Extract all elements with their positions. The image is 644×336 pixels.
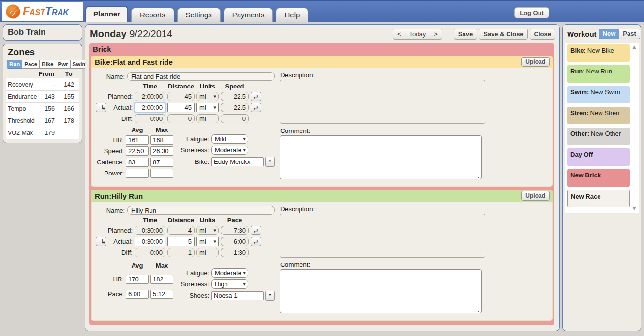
run-gear-dropdown-button[interactable]: ▼ xyxy=(265,291,275,301)
bike-comment-textarea[interactable] xyxy=(280,135,482,179)
run-comment-textarea[interactable] xyxy=(280,269,482,313)
bike-diff-distance xyxy=(167,114,195,123)
run-col-time: Time xyxy=(135,217,165,224)
workout-template-run[interactable]: Run:New Run xyxy=(567,65,630,83)
swap-icon: ⇄ xyxy=(254,239,258,245)
left-sidebar: Bob Train Zones Run Pace Bike Pwr Swim F… xyxy=(3,24,82,331)
zones-col-to: To xyxy=(58,70,79,77)
tab-reports[interactable]: Reports xyxy=(131,8,174,22)
run-gear-input[interactable] xyxy=(211,291,264,300)
chevron-down-icon: ▼ xyxy=(243,148,246,152)
chevron-down-icon: ▼ xyxy=(214,240,216,244)
bike-actual-distance[interactable] xyxy=(167,103,195,112)
run-hr-avg[interactable] xyxy=(126,275,149,284)
bike-description-textarea xyxy=(280,80,485,124)
bike-actual-units-select[interactable]: mi▼ xyxy=(196,103,219,112)
run-soreness-select[interactable]: High▼ xyxy=(211,279,248,289)
logout-button[interactable]: Log Out xyxy=(514,7,549,18)
tab-payments[interactable]: Payments xyxy=(224,8,273,22)
bike-gear-input[interactable] xyxy=(211,157,264,166)
chevron-down-icon: ▼ xyxy=(243,271,246,275)
next-day-button[interactable]: > xyxy=(430,29,442,40)
workout-template-dayoff[interactable]: Day Off xyxy=(567,148,630,166)
bike-planned-units-select[interactable]: mi▼ xyxy=(196,92,219,101)
run-copy-planned-button[interactable]: ↳ xyxy=(96,237,106,246)
workout-template-brick[interactable]: New Brick xyxy=(567,169,630,187)
bike-cadence-max[interactable] xyxy=(150,158,173,167)
bike-name-input[interactable] xyxy=(127,72,275,81)
app-logo: FastTrak xyxy=(2,2,83,21)
close-button[interactable]: Close xyxy=(530,29,555,40)
bike-speed-avg[interactable] xyxy=(126,146,149,156)
tab-help[interactable]: Help xyxy=(276,8,308,22)
chevron-down-icon: ▼ xyxy=(243,137,246,141)
run-upload-button[interactable]: Upload xyxy=(521,191,550,201)
toggle-new[interactable]: New xyxy=(599,29,620,39)
copy-down-icon: ↳ xyxy=(96,104,106,111)
run-actual-distance[interactable] xyxy=(167,237,195,246)
workout-template-swim[interactable]: Swim:New Swim xyxy=(567,86,630,103)
bike-fatigue-select[interactable]: Mild▼ xyxy=(211,134,248,144)
run-description-label: Description: xyxy=(280,205,549,213)
swap-icon: ⇄ xyxy=(254,105,258,111)
bike-fatigue-label: Fatigue: xyxy=(178,135,209,143)
zones-tab-pwr[interactable]: Pwr xyxy=(56,60,71,69)
zones-tabs: Run Pace Bike Pwr Swim xyxy=(7,60,80,69)
run-actual-units-select[interactable]: mi▼ xyxy=(196,237,219,246)
tab-planner[interactable]: Planner xyxy=(85,6,128,22)
zones-tab-bike[interactable]: Bike xyxy=(39,60,56,69)
bike-gear-dropdown-button[interactable]: ▼ xyxy=(265,157,275,167)
today-button[interactable]: Today xyxy=(405,29,431,40)
scroll-down-icon[interactable]: ▼ xyxy=(633,206,636,211)
zones-tab-pace[interactable]: Pace xyxy=(22,60,40,69)
bike-upload-button[interactable]: Upload xyxy=(521,57,550,67)
run-hr-max[interactable] xyxy=(150,275,173,284)
run-planned-swap-button[interactable]: ⇄ xyxy=(251,226,261,235)
workout-library-header: Workout New Past xyxy=(567,29,638,39)
tab-settings[interactable]: Settings xyxy=(177,8,221,22)
run-planned-units-select[interactable]: mi▼ xyxy=(196,226,219,235)
bike-soreness-select[interactable]: Moderate▼ xyxy=(211,146,248,155)
workout-template-bike[interactable]: Bike:New Bike xyxy=(567,44,630,62)
run-description-textarea xyxy=(280,214,485,258)
run-diff-units xyxy=(196,248,219,257)
toggle-past[interactable]: Past xyxy=(619,29,640,39)
bike-planned-label: Planned: xyxy=(96,93,133,100)
bike-actual-swap-button[interactable]: ⇄ xyxy=(251,103,261,112)
run-name-input[interactable] xyxy=(127,206,275,215)
new-past-toggle: New Past xyxy=(599,29,640,39)
run-actual-swap-button[interactable]: ⇄ xyxy=(251,237,261,246)
run-pace-avg[interactable] xyxy=(126,290,149,299)
workout-template-strength[interactable]: Stren:New Stren xyxy=(567,107,630,124)
save-close-button[interactable]: Save & Close xyxy=(479,29,527,40)
bike-speed-max[interactable] xyxy=(150,146,173,156)
bike-copy-planned-button[interactable]: ↳ xyxy=(96,103,106,112)
prev-day-button[interactable]: < xyxy=(393,29,405,40)
bike-actual-time[interactable] xyxy=(135,103,165,112)
bike-planned-swap-button[interactable]: ⇄ xyxy=(251,92,261,101)
zones-tab-run[interactable]: Run xyxy=(7,60,22,69)
athlete-name: Bob Train xyxy=(8,28,45,37)
run-metrics-grid: Time Distance Units Pace Planned: mi▼ ⇄ xyxy=(96,217,275,257)
workout-list-scrollbar[interactable]: ▲ ▼ xyxy=(631,44,638,211)
run-pace-max[interactable] xyxy=(150,290,173,299)
bike-power-avg[interactable] xyxy=(126,169,149,178)
workout-template-race[interactable]: New Race xyxy=(567,190,630,207)
page-title: Monday 9/22/2014 xyxy=(90,29,172,40)
workout-template-other[interactable]: Other:New Other xyxy=(567,128,630,145)
run-fatigue-select[interactable]: Moderate▼ xyxy=(211,268,248,278)
top-bar: FastTrak Planner Reports Settings Paymen… xyxy=(0,0,644,22)
bike-hr-max[interactable] xyxy=(150,135,173,145)
run-planned-time xyxy=(135,226,165,235)
bike-avg-header: Avg xyxy=(126,126,149,133)
scroll-up-icon[interactable]: ▲ xyxy=(633,44,636,49)
bike-cadence-avg[interactable] xyxy=(126,158,149,167)
bike-planned-speed xyxy=(221,92,249,101)
bike-card-header: Bike:Flat and Fast ride Upload xyxy=(91,56,553,68)
save-button[interactable]: Save xyxy=(454,29,477,40)
bike-diff-units xyxy=(196,114,219,123)
bike-power-max[interactable] xyxy=(150,169,173,178)
bike-hr-avg[interactable] xyxy=(126,135,149,145)
run-actual-time[interactable] xyxy=(135,237,165,246)
bike-diff-speed xyxy=(221,114,249,123)
